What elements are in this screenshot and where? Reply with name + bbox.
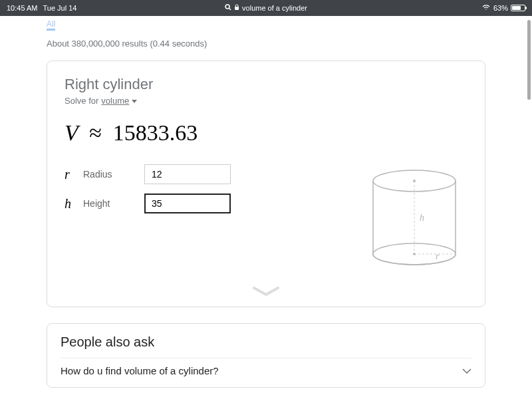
search-tabs: All [0,16,532,31]
paa-question-text: How do u find volume of a cylinder? [61,365,219,376]
radius-symbol: r [65,167,75,182]
search-icon [225,4,231,12]
radius-input[interactable] [144,164,231,184]
result-var: V [65,120,78,145]
scrollbar[interactable] [527,20,531,100]
svg-point-8 [413,180,416,182]
calc-title: Right cylinder [65,76,467,93]
paa-heading: People also ask [61,334,471,350]
approx-symbol: ≈ [89,120,102,145]
expand-handle[interactable] [65,287,467,300]
svg-point-0 [225,5,229,9]
url-text: volume of a cylinder [242,4,307,12]
caret-down-icon [132,96,137,106]
result-value: 15833.63 [113,120,198,145]
battery-icon [511,5,525,11]
height-symbol: h [65,196,75,211]
battery-pct: 63% [493,4,508,12]
solve-for-row[interactable]: Solve for volume [65,96,467,106]
solve-for-dropdown[interactable]: volume [101,96,129,106]
status-date: Tue Jul 14 [43,4,76,12]
height-row: h Height [65,194,334,213]
device-status-bar: 10:45 AM Tue Jul 14 volume of a cylinder… [0,0,532,16]
solve-prefix: Solve for [65,96,98,106]
radius-label: Radius [83,169,136,180]
wifi-icon [481,4,491,12]
cylinder-diagram: h r [361,164,467,280]
calculator-card: Right cylinder Solve for volume V ≈ 1583… [47,61,485,307]
svg-line-1 [229,9,231,11]
lock-icon [234,4,239,12]
diagram-r-label: r [436,251,440,261]
radius-row: r Radius [65,164,334,184]
chevron-down-icon [462,365,471,376]
diagram-h-label: h [420,213,424,223]
tab-all[interactable]: All [47,19,55,31]
result-formula: V ≈ 15833.63 [65,120,467,146]
paa-question-1[interactable]: How do u find volume of a cylinder? [61,358,471,383]
result-stats: About 380,000,000 results (0.44 seconds) [47,39,485,49]
svg-rect-2 [235,7,239,10]
people-also-ask-card: People also ask How do u find volume of … [47,323,485,388]
height-input[interactable] [144,194,231,213]
height-label: Height [83,198,136,209]
status-time: 10:45 AM [7,4,37,12]
